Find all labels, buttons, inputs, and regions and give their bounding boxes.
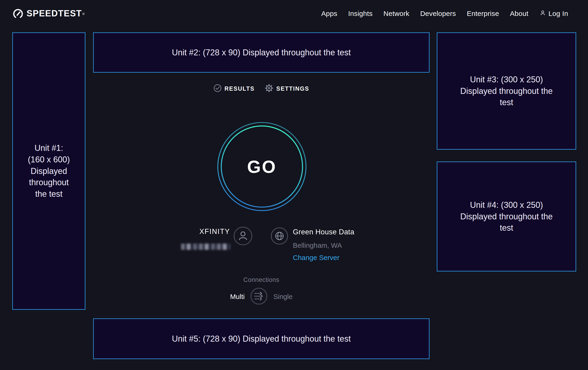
tabs-bar: RESULTS SETTINGS — [93, 84, 430, 93]
ad-unit-1-text: Unit #1: (160 x 600) Displayed throughou… — [25, 142, 73, 200]
connections-option-single[interactable]: Single — [273, 293, 292, 300]
tab-results-label: RESULTS — [224, 85, 254, 92]
provider-ip-redacted — [181, 244, 230, 250]
user-circle-icon[interactable] — [233, 227, 252, 246]
connections-option-multi[interactable]: Multi — [230, 293, 245, 300]
tab-settings-label: SETTINGS — [276, 85, 309, 92]
login-label: Log In — [548, 10, 568, 18]
speedtest-page: SPEEDTEST® Apps Insights Network Develop… — [0, 0, 588, 370]
server-location: Bellingham, WA — [293, 241, 342, 249]
multi-connection-icon[interactable] — [250, 287, 268, 306]
ad-unit-4[interactable]: Unit #4: (300 x 250) Displayed throughou… — [437, 161, 576, 271]
ad-unit-1[interactable]: Unit #1: (160 x 600) Displayed throughou… — [12, 32, 85, 310]
nav-item-apps[interactable]: Apps — [321, 10, 337, 18]
connections-label: Connections — [93, 276, 430, 283]
globe-icon[interactable] — [271, 227, 288, 246]
ad-unit-4-text: Unit #4: (300 x 250) Displayed throughou… — [458, 199, 555, 234]
change-server-link[interactable]: Change Server — [293, 254, 339, 261]
speedtest-gauge-icon — [13, 8, 23, 19]
ad-unit-2-text: Unit #2: (728 x 90) Displayed throughout… — [172, 47, 351, 58]
nav-item-insights[interactable]: Insights — [348, 10, 373, 18]
nav-item-login[interactable]: Log In — [539, 10, 568, 18]
provider-name: XFINITY — [199, 228, 230, 236]
nav-item-network[interactable]: Network — [383, 10, 409, 18]
nav-item-developers[interactable]: Developers — [420, 10, 456, 18]
connections-toggle: Multi Single — [93, 287, 430, 306]
check-circle-icon — [213, 84, 222, 93]
server-name: Green House Data — [293, 228, 354, 236]
tab-results[interactable]: RESULTS — [213, 84, 254, 93]
ad-unit-3[interactable]: Unit #3: (300 x 250) Displayed throughou… — [437, 32, 576, 150]
logo-text: SPEEDTEST — [27, 9, 82, 18]
go-button-label: GO — [216, 120, 308, 213]
ad-unit-3-text: Unit #3: (300 x 250) Displayed throughou… — [458, 74, 555, 108]
ad-unit-5[interactable]: Unit #5: (728 x 90) Displayed throughout… — [93, 318, 430, 359]
main-nav: Apps Insights Network Developers Enterpr… — [321, 10, 568, 18]
ad-unit-2[interactable]: Unit #2: (728 x 90) Displayed throughout… — [93, 32, 430, 73]
tab-settings[interactable]: SETTINGS — [265, 84, 309, 93]
top-nav-bar: SPEEDTEST® Apps Insights Network Develop… — [0, 0, 588, 27]
nav-item-enterprise[interactable]: Enterprise — [467, 10, 499, 18]
logo-trademark: ® — [82, 12, 84, 16]
nav-item-about[interactable]: About — [510, 10, 528, 18]
go-button[interactable]: GO — [216, 120, 308, 213]
gear-icon — [265, 84, 273, 93]
user-icon — [539, 10, 546, 18]
speedtest-logo[interactable]: SPEEDTEST® — [13, 8, 84, 19]
ad-unit-5-text: Unit #5: (728 x 90) Displayed throughout… — [172, 333, 351, 345]
